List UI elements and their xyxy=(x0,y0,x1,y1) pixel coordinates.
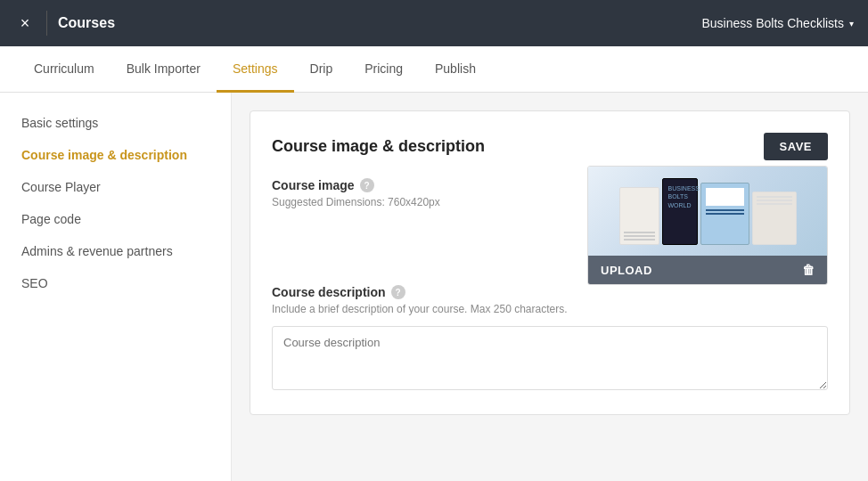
course-image-help-icon[interactable]: ? xyxy=(360,178,374,192)
sidebar-item-admins-revenue[interactable]: Admins & revenue partners xyxy=(0,235,231,267)
top-bar-divider xyxy=(46,11,47,36)
sidebar-item-basic-settings[interactable]: Basic settings xyxy=(0,107,231,139)
sidebar-item-course-image[interactable]: Course image & description xyxy=(0,139,231,171)
sidebar-item-page-code[interactable]: Page code xyxy=(0,203,231,235)
tab-publish[interactable]: Publish xyxy=(419,46,492,93)
tab-settings[interactable]: Settings xyxy=(217,46,294,93)
trash-icon[interactable]: 🗑 xyxy=(802,263,815,277)
sidebar-item-course-player[interactable]: Course Player xyxy=(0,171,231,203)
course-description-section: Course description ? Include a brief des… xyxy=(272,285,828,393)
tab-pricing[interactable]: Pricing xyxy=(348,46,419,93)
upload-bar[interactable]: UPLOAD 🗑 xyxy=(588,256,827,284)
course-dropdown-label: Business Bolts Checklists xyxy=(701,16,844,30)
chevron-down-icon: ▾ xyxy=(849,19,854,29)
course-description-input[interactable] xyxy=(272,326,828,390)
tab-drip[interactable]: Drip xyxy=(294,46,349,93)
image-preview: BUSINESSBOLTSWORLD xyxy=(588,167,827,256)
tab-bulk-importer[interactable]: Bulk Importer xyxy=(111,46,217,93)
save-button[interactable]: SAVE xyxy=(764,133,828,160)
course-description-label: Course description ? xyxy=(272,285,828,299)
tab-bar: Curriculum Bulk Importer Settings Drip P… xyxy=(0,46,868,93)
course-description-hint: Include a brief description of your cour… xyxy=(272,303,828,315)
course-image-section: Course image ? Suggested Dimensions: 760… xyxy=(272,178,828,208)
close-button[interactable]: × xyxy=(14,12,36,34)
settings-card: Course image & description SAVE Course i… xyxy=(250,110,850,415)
top-bar: × Courses Business Bolts Checklists ▾ xyxy=(0,0,868,46)
book-1 xyxy=(619,187,659,245)
image-upload-area: BUSINESSBOLTSWORLD xyxy=(587,166,828,285)
book-stack: BUSINESSBOLTSWORLD xyxy=(612,171,804,252)
upload-label: UPLOAD xyxy=(601,264,652,277)
card-title: Course image & description xyxy=(272,137,485,156)
tab-curriculum[interactable]: Curriculum xyxy=(18,46,111,93)
book-2: BUSINESSBOLTSWORLD xyxy=(662,178,698,245)
sidebar: Basic settings Course image & descriptio… xyxy=(0,93,232,481)
sidebar-item-seo[interactable]: SEO xyxy=(0,267,231,299)
course-dropdown[interactable]: Business Bolts Checklists ▾ xyxy=(701,16,854,30)
book-4 xyxy=(752,192,797,245)
course-description-help-icon[interactable]: ? xyxy=(391,285,405,299)
card-header: Course image & description SAVE xyxy=(272,133,828,160)
content-area: Course image & description SAVE Course i… xyxy=(232,93,868,481)
book-3 xyxy=(700,183,749,245)
main-layout: Basic settings Course image & descriptio… xyxy=(0,93,868,481)
app-title: Courses xyxy=(58,15,691,31)
